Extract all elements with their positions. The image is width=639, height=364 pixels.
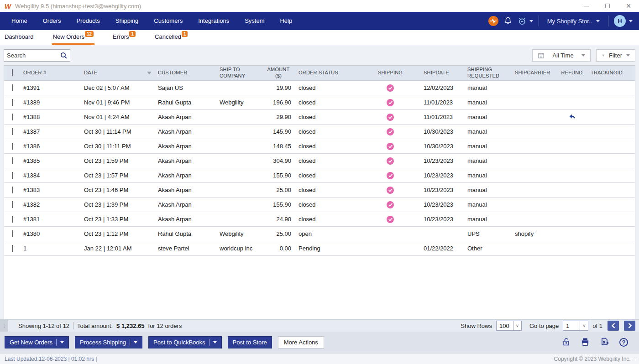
table-row[interactable]: #1391 Dec 02 | 5:07 AM Sajan US 19.90 cl… [4, 81, 635, 95]
avatar: H [614, 15, 626, 27]
table-row[interactable]: #1385 Oct 23 | 1:59 PM Akash Arpan 304.9… [4, 154, 635, 168]
column-header-order[interactable]: ORDER # [21, 69, 81, 77]
nav-item-integrations[interactable]: Integrations [190, 12, 237, 30]
search-input[interactable] [7, 52, 60, 59]
refund-arrow-icon[interactable] [568, 113, 576, 121]
search-icon[interactable] [60, 52, 68, 59]
table-row[interactable]: #1384 Oct 23 | 1:57 PM Akash Arpan 155.9… [4, 168, 635, 183]
nav-item-customers[interactable]: Customers [146, 12, 190, 30]
row-checkbox[interactable] [12, 245, 13, 252]
shipped-check-icon [387, 172, 394, 179]
show-rows-label: Show Rows [461, 322, 492, 329]
show-rows-select[interactable]: 100 ˅ [496, 321, 522, 331]
process-shipping-button[interactable]: Process Shipping [75, 336, 142, 348]
cell-shipdate: 10/23/2023 [421, 201, 465, 208]
table-row[interactable]: #1389 Nov 01 | 9:46 PM Rahul Gupta Webgi… [4, 95, 635, 110]
help-icon[interactable]: ? [619, 338, 628, 347]
table-row[interactable]: #1386 Oct 30 | 11:11 PM Akash Arpan 148.… [4, 139, 635, 154]
column-header-shipping[interactable]: SHIPPING [360, 69, 421, 77]
cell-shipdate: 10/23/2023 [421, 187, 465, 193]
more-actions-button[interactable]: More Actions [278, 336, 324, 348]
cell-amount: 0.00 [261, 245, 296, 252]
cell-shipdate: 11/01/2023 [421, 114, 465, 120]
column-header-shipdate[interactable]: SHIPDATE [421, 69, 465, 77]
filter-dropdown[interactable]: Filter [596, 49, 635, 62]
previous-page-button[interactable] [608, 321, 619, 331]
goto-page-label: Go to page [529, 322, 559, 329]
column-header-date[interactable]: DATE [81, 69, 155, 77]
post-to-store-button[interactable]: Post to Store [228, 336, 272, 348]
row-checkbox[interactable] [12, 99, 13, 106]
nav-item-products[interactable]: Products [68, 12, 107, 30]
table-row[interactable]: #1382 Oct 23 | 1:39 PM Akash Arpan 155.9… [4, 198, 635, 212]
table-row[interactable]: #1387 Oct 30 | 11:14 PM Akash Arpan 145.… [4, 125, 635, 139]
cancelled-count-badge: 1 [182, 31, 188, 37]
cell-order-number: #1385 [21, 157, 81, 164]
row-checkbox[interactable] [12, 143, 13, 150]
next-page-button[interactable] [624, 321, 635, 331]
nav-item-system[interactable]: System [237, 12, 272, 30]
export-excel-icon[interactable] [600, 338, 609, 348]
notifications-bell-icon[interactable] [504, 16, 512, 26]
post-to-quickbooks-button[interactable]: Post to QuickBooks [148, 336, 221, 348]
print-icon[interactable] [581, 338, 590, 348]
select-all-checkbox[interactable] [12, 69, 13, 76]
activity-status-icon[interactable] [488, 16, 498, 26]
row-checkbox[interactable] [12, 157, 13, 164]
row-checkbox[interactable] [12, 216, 13, 223]
column-header-shipping-requested[interactable]: SHIPPING REQUESTED [465, 66, 512, 80]
tab-errors[interactable]: Errors1 [112, 31, 136, 45]
nav-item-home[interactable]: Home [4, 12, 35, 30]
table-row[interactable]: #1383 Oct 23 | 1:46 PM Akash Arpan 25.00… [4, 183, 635, 198]
nav-item-help[interactable]: Help [272, 12, 300, 30]
goto-page-select[interactable]: 1 ˅ [563, 321, 588, 331]
date-range-dropdown[interactable]: All Time [532, 49, 591, 62]
column-header-shipcarrier[interactable]: SHIPCARRIER [512, 69, 556, 77]
table-row[interactable]: #1380 Oct 23 | 1:12 PM Rahul Gupta Webgi… [4, 227, 635, 241]
chevron-right-icon [628, 323, 632, 328]
table-row[interactable]: 1 Jan 22 | 12:01 AM steve Partel worldcu… [4, 241, 635, 256]
goto-page-value: 1 [563, 321, 580, 330]
orders-table-header: ORDER # DATE CUSTOMER SHIP TO COMPANY AM… [4, 66, 635, 81]
minimize-button[interactable] [576, 0, 597, 12]
resize-grip-icon[interactable]: .:: [632, 356, 637, 361]
store-selector-dropdown[interactable]: My Shopify Stor.. [545, 18, 602, 25]
cell-amount: 148.45 [261, 143, 296, 150]
nav-item-shipping[interactable]: Shipping [108, 12, 147, 30]
user-menu[interactable]: H [614, 15, 633, 27]
close-button[interactable]: ✕ [618, 0, 639, 12]
row-checkbox[interactable] [12, 128, 13, 135]
column-header-amount[interactable]: AMOUNT ($) [261, 66, 296, 80]
get-new-orders-button[interactable]: Get New Orders [5, 336, 69, 348]
show-rows-value: 100 [497, 321, 513, 330]
row-checkbox[interactable] [12, 201, 13, 208]
tab-new-orders[interactable]: New Orders12 [52, 31, 94, 45]
tab-cancelled[interactable]: Cancelled1 [154, 31, 189, 45]
row-checkbox[interactable] [12, 84, 13, 91]
scheduler-dropdown[interactable] [518, 17, 533, 26]
cell-shipdate: 12/02/2023 [421, 84, 465, 91]
last-updated-text: Last Updated:12-06-2023 | 01:02 hrs | [5, 356, 97, 362]
maximize-button[interactable] [597, 0, 618, 12]
cell-shipping-requested: UPS [465, 230, 512, 237]
shipped-check-icon [387, 84, 394, 92]
pagination-bar: ⋮ Showing 1-12 of 12 Total amount: $ 1,2… [0, 319, 639, 332]
tab-dashboard[interactable]: Dashboard [4, 31, 35, 45]
row-checkbox[interactable] [12, 114, 13, 120]
table-row[interactable]: #1381 Oct 23 | 1:33 PM Akash Arpan 24.90… [4, 212, 635, 227]
column-header-order-status[interactable]: ORDER STATUS [296, 69, 360, 77]
row-checkbox[interactable] [12, 172, 13, 179]
row-checkbox[interactable] [12, 230, 13, 237]
column-header-ship-to-company[interactable]: SHIP TO COMPANY [217, 66, 261, 80]
cell-shipping-requested: manual [465, 157, 512, 164]
column-header-refund[interactable]: REFUND [556, 69, 588, 77]
shipped-check-icon [387, 114, 394, 121]
unlock-icon[interactable] [562, 338, 570, 348]
row-checkbox[interactable] [12, 187, 13, 193]
chevron-down-icon [596, 20, 600, 22]
column-header-customer[interactable]: CUSTOMER [155, 69, 217, 77]
nav-item-orders[interactable]: Orders [35, 12, 69, 30]
table-row[interactable]: #1388 Nov 01 | 4:24 AM Akash Arpan 29.90… [4, 110, 635, 125]
drag-grip-icon[interactable]: ⋮ [0, 320, 8, 332]
column-header-trackingid[interactable]: TRACKINGID [588, 69, 635, 77]
